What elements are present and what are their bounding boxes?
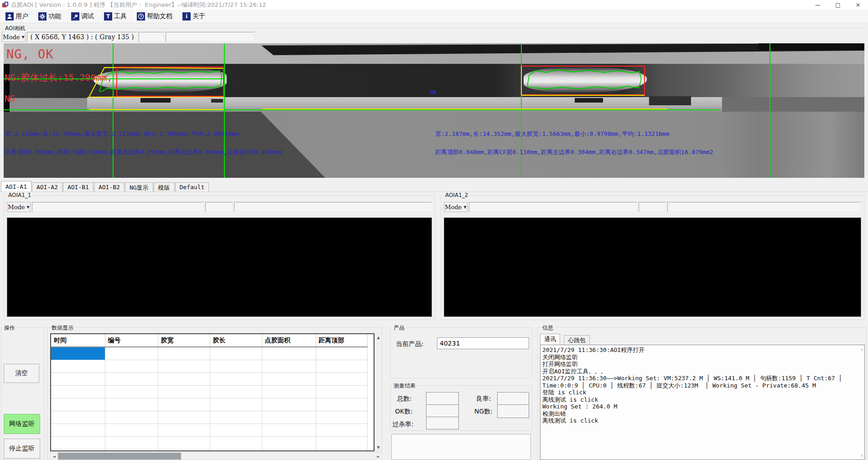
table-cell[interactable]	[51, 449, 105, 451]
tab-aoi-a2[interactable]: AOI-A2	[32, 182, 62, 191]
tab-aoi-b1[interactable]: AOI-B1	[63, 182, 94, 191]
tab-ng-display[interactable]: NG显示	[125, 182, 153, 191]
maximize-button[interactable]: □	[828, 0, 848, 10]
hscroll-thumb[interactable]	[58, 453, 181, 460]
col-header-glue-width[interactable]: 胶宽	[158, 334, 210, 347]
camera-mode-dropdown[interactable]: Mode ▼	[2, 32, 26, 42]
table-cell[interactable]	[105, 411, 158, 424]
table-cell[interactable]	[51, 360, 105, 372]
table-cell[interactable]	[158, 385, 210, 398]
table-cell[interactable]	[210, 449, 262, 451]
table-cell[interactable]	[316, 360, 367, 372]
scroll-up-icon[interactable]: ▲	[375, 334, 382, 341]
table-vertical-scrollbar[interactable]: ▲ ▼	[374, 333, 382, 451]
table-cell[interactable]	[105, 360, 158, 372]
col-header-id[interactable]: 编号	[105, 334, 158, 347]
col-header-distance-top[interactable]: 距离顶部	[316, 334, 367, 347]
comm-log-text: 2021/7/29 11:36:30:AOI程序打开 关闭网络监听 打开网络监听…	[542, 346, 855, 424]
close-button[interactable]: ✕	[848, 0, 868, 10]
panel2-image-view[interactable]	[444, 217, 861, 317]
toolbar-tools-button[interactable]: T 工具	[102, 11, 129, 21]
table-cell[interactable]	[51, 398, 105, 411]
table-cell[interactable]	[262, 372, 316, 385]
table-cell[interactable]	[51, 411, 105, 424]
table-cell[interactable]	[262, 411, 316, 424]
table-cell[interactable]	[210, 385, 262, 398]
table-cell[interactable]	[51, 372, 105, 385]
table-cell[interactable]	[316, 449, 367, 451]
table-cell[interactable]	[158, 347, 210, 360]
comm-log-box[interactable]: 2021/7/29 11:36:30:AOI程序打开 关闭网络监听 打开网络监听…	[540, 345, 865, 460]
col-header-time[interactable]: 时间	[51, 334, 105, 347]
table-cell[interactable]	[51, 385, 105, 398]
panel2-mode-dropdown[interactable]: Mode ▼	[444, 202, 468, 212]
table-cell[interactable]	[105, 372, 158, 385]
table-cell[interactable]	[51, 424, 105, 436]
table-cell[interactable]	[51, 436, 105, 449]
data-display-group-label: 数据显示	[50, 324, 75, 332]
table-cell[interactable]	[262, 436, 316, 449]
log-scroll-down-icon[interactable]: ∨	[860, 453, 863, 458]
panel1-image-view[interactable]	[7, 217, 432, 317]
table-cell[interactable]	[158, 398, 210, 411]
table-cell[interactable]	[316, 372, 367, 385]
table-cell[interactable]	[158, 411, 210, 424]
table-cell[interactable]	[105, 347, 158, 360]
scroll-left-icon[interactable]: ◄	[51, 453, 57, 460]
table-horizontal-scrollbar[interactable]: ◄ ►	[50, 452, 382, 460]
table-cell[interactable]	[105, 424, 158, 436]
table-cell[interactable]	[316, 385, 367, 398]
toolbar-help-button[interactable]: ? 帮助文档	[135, 11, 174, 21]
tab-default[interactable]: Default	[175, 182, 209, 191]
table-cell[interactable]	[262, 398, 316, 411]
minimize-button[interactable]: —	[808, 0, 828, 10]
table-cell[interactable]	[158, 360, 210, 372]
table-cell[interactable]	[105, 436, 158, 449]
table-cell[interactable]	[262, 449, 316, 451]
table-cell[interactable]	[105, 449, 158, 451]
camera-image-view[interactable]: OK NG, OK NG:胶体过长:15.290mm, NG 宽:2.215mm…	[4, 43, 864, 178]
tab-comm[interactable]: 通讯	[540, 334, 560, 345]
table-cell[interactable]	[158, 436, 210, 449]
table-cell[interactable]	[210, 347, 262, 360]
table-cell[interactable]	[105, 385, 158, 398]
table-cell[interactable]	[158, 424, 210, 436]
current-product-input[interactable]	[437, 337, 529, 349]
scroll-down-icon[interactable]: ▼	[375, 444, 382, 451]
toolbar-about-button[interactable]: i 关于	[181, 11, 207, 21]
col-header-glue-length[interactable]: 胶长	[210, 334, 262, 347]
log-scroll-up-icon[interactable]: ∧	[860, 347, 863, 352]
tab-aoi-a1[interactable]: AOI-A1	[1, 181, 31, 191]
network-listen-button[interactable]: 网络监听	[4, 414, 40, 434]
tab-heartbeat[interactable]: 心跳包	[564, 335, 590, 345]
table-cell[interactable]	[316, 347, 367, 360]
tab-aoi-b2[interactable]: AOI-B2	[94, 182, 125, 191]
toolbar-user-button[interactable]: 用户	[4, 11, 30, 21]
table-cell[interactable]	[262, 360, 316, 372]
table-cell[interactable]	[262, 385, 316, 398]
tab-template[interactable]: 模版	[154, 182, 175, 191]
table-cell[interactable]	[210, 424, 262, 436]
table-cell[interactable]	[105, 398, 158, 411]
table-cell[interactable]	[210, 436, 262, 449]
toolbar-function-button[interactable]: 功能	[36, 11, 63, 21]
table-cell[interactable]	[210, 360, 262, 372]
table-cell[interactable]	[51, 347, 105, 360]
table-cell[interactable]	[210, 411, 262, 424]
table-cell[interactable]	[158, 449, 210, 451]
table-cell[interactable]	[158, 372, 210, 385]
table-cell[interactable]	[262, 347, 316, 360]
table-cell[interactable]	[316, 436, 367, 449]
panel1-mode-dropdown[interactable]: Mode ▼	[7, 202, 31, 212]
table-cell[interactable]	[316, 411, 367, 424]
table-cell[interactable]	[316, 424, 367, 436]
stop-listen-button[interactable]: 停止监听	[4, 439, 40, 459]
col-header-glue-area[interactable]: 点胶面积	[262, 334, 316, 347]
clear-button[interactable]: 清空	[4, 364, 39, 383]
table-cell[interactable]	[210, 398, 262, 411]
table-cell[interactable]	[316, 398, 367, 411]
toolbar-debug-button[interactable]: 调试	[69, 11, 96, 21]
table-cell[interactable]	[262, 424, 316, 436]
scroll-right-icon[interactable]: ►	[375, 453, 382, 460]
table-cell[interactable]	[210, 372, 262, 385]
